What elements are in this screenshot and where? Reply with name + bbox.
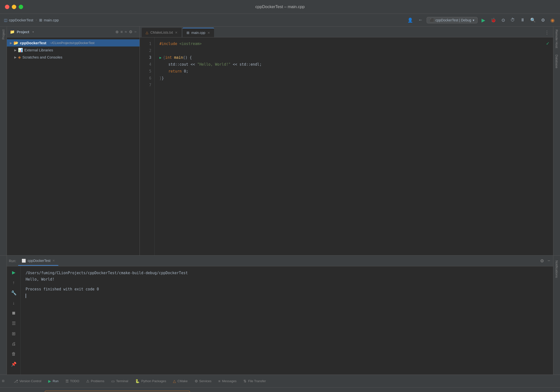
sort-button[interactable]: ≈ (125, 30, 127, 34)
services-button[interactable]: ⚙ Services (192, 377, 215, 385)
problems-button[interactable]: ⚠ Problems (83, 377, 107, 385)
maximize-button[interactable] (19, 5, 23, 9)
library-icon: 📊 (18, 48, 23, 52)
terminal-button[interactable]: ▭ Terminal (108, 377, 131, 385)
run-tab-close[interactable]: ✕ (52, 259, 55, 262)
file-transfer-button[interactable]: ⇅ File Transfer (240, 377, 269, 385)
val-zero: 0; (184, 68, 188, 75)
output-line-status: Process finished with exit code 0 (26, 286, 548, 292)
project-folder-icon: 📂 (14, 41, 18, 45)
code-content[interactable]: ✓ #include <iostream> ▶ {int main() { st… (155, 37, 553, 255)
pin-button[interactable]: 📌 (10, 361, 17, 368)
stop-button[interactable]: ⏸ (519, 16, 526, 24)
run-tool-button[interactable]: ▶ Run (45, 377, 62, 385)
cmake-tab-close[interactable]: ✕ (175, 31, 178, 34)
notifications-button[interactable]: 🔔 (549, 391, 557, 392)
status-bar: ⊡ ⎇ U... (moments ago) sent 2262 bytes r… (0, 387, 560, 392)
line-num-4: 4 (140, 61, 154, 68)
debug-button[interactable]: 🐞 (489, 16, 498, 24)
run-button[interactable]: ▶ (480, 16, 487, 24)
delete-button[interactable]: 🗑 (11, 350, 17, 358)
line-num-5: 5 (140, 68, 154, 75)
remote-host-tab[interactable]: Remote Host (554, 27, 560, 51)
cmake-label: CMake (177, 379, 187, 383)
project-sidebar-tab[interactable]: Project (0, 27, 7, 255)
collapse-all-button[interactable]: ≡ (121, 30, 123, 34)
messages-button[interactable]: ≡ Messages (215, 377, 239, 385)
file-transfer-icon: ⇅ (243, 379, 247, 383)
tree-item-project[interactable]: ▶ 📂 cppDockerTest ~/CLionProjects/cppDoc… (7, 39, 140, 46)
run-output: /Users/fuming/CLionProjects/cppDockerTes… (21, 266, 553, 375)
file-transfer-label: File Transfer (248, 379, 266, 383)
search-button[interactable]: 🔍 (529, 16, 537, 24)
todo-label: TODO (70, 379, 79, 383)
run-output-container: ▶ ↑ 🔧 ↓ ⏹ ☰ ⊞ 🖨 🗑 📌 /Users/fuming/CLionP… (7, 266, 553, 375)
close-panel-button[interactable]: − (134, 30, 137, 34)
version-control-button[interactable]: ⎇ Version Control (11, 377, 44, 385)
file-tree-title: Project (17, 30, 29, 34)
list-view-button[interactable]: ☰ (11, 320, 17, 327)
vcs-push-button[interactable]: ⬆ (542, 391, 548, 392)
cmake-button[interactable]: △ CMake (170, 377, 190, 385)
tab-main-cpp[interactable]: ⊞ main.cpp ✕ (183, 28, 214, 37)
user-icon-button[interactable]: 👤 (406, 16, 414, 24)
python-packages-label: Python Packages (141, 379, 166, 383)
back-button[interactable]: ← (417, 16, 424, 24)
settings-gear-button[interactable]: ⚙ (539, 257, 545, 265)
tab-cmake[interactable]: △ CMakeLists.txt ✕ (142, 28, 182, 37)
cmake-file-icon: △ (146, 30, 148, 34)
minimize-button[interactable] (12, 5, 16, 9)
run-tool-label: Run (53, 379, 59, 383)
file-icon: ⊞ (39, 18, 42, 22)
scroll-up-button[interactable]: ↑ (12, 279, 16, 286)
terminal-icon: ▭ (111, 379, 115, 383)
fold-indicator: { (163, 54, 165, 61)
locate-file-button[interactable]: ⊕ (115, 30, 119, 34)
folder-icon: 📁 (10, 30, 15, 34)
close-button[interactable] (5, 5, 9, 9)
python-packages-icon: 🐍 (135, 379, 140, 383)
tree-item-scratches[interactable]: ▶ ◈ Scratches and Consoles (7, 54, 140, 61)
project-tab-label[interactable]: Project (0, 27, 6, 42)
code-editor[interactable]: 1 2 3 4 5 6 7 ✓ #include <iostream> (140, 37, 553, 255)
clion-icon: ◉ (549, 16, 556, 24)
network-info: sent 2262 bytes received 39808 bytes 841… (45, 391, 190, 392)
python-packages-button[interactable]: 🐍 Python Packages (132, 377, 169, 385)
code-line-7 (159, 82, 548, 89)
output-cursor-line (26, 292, 548, 299)
cmake-tab-label: CMakeLists.txt (150, 30, 173, 34)
bottom-tabs-bar: Run: ⬜ cppDockerTest ✕ ⚙ − (7, 256, 553, 266)
dropdown-arrow[interactable]: ▾ (32, 30, 34, 34)
fn-main: main (174, 54, 183, 61)
bottom-left-strip (0, 256, 7, 375)
layout-button[interactable]: ⊞ (11, 330, 16, 337)
scroll-down-button[interactable]: ↓ (12, 300, 16, 307)
wrench-button[interactable]: 🔧 (10, 289, 17, 297)
tree-item-external-libs[interactable]: ▶ 📊 External Libraries (7, 46, 140, 54)
rerun-button[interactable]: ▶ (11, 269, 16, 276)
notifications-tab[interactable]: Notifications (554, 257, 560, 281)
window-title: cppDockerTest – main.cpp (255, 4, 305, 9)
breadcrumb-file[interactable]: ⊞ main.cpp (39, 18, 59, 22)
stop-button-run[interactable]: ⏹ (11, 310, 17, 317)
database-tab[interactable]: Database (554, 52, 560, 71)
profile-button[interactable]: ⏱ (509, 16, 516, 24)
main-cpp-tab-close[interactable]: ✕ (207, 31, 210, 35)
settings-button[interactable]: ⚙ (540, 16, 546, 24)
expand-icon[interactable]: ⊡ (2, 379, 4, 383)
coverage-button[interactable]: ⊙ (500, 16, 507, 24)
print-button[interactable]: 🖨 (11, 340, 17, 347)
run-tab-cppDockerTest[interactable]: ⬜ cppDockerTest ✕ (18, 256, 59, 266)
string-hello: "Hello, World!" (197, 61, 231, 68)
breadcrumb-project[interactable]: ◫ cppDockerTest (4, 18, 33, 22)
bottom-area: Run: ⬜ cppDockerTest ✕ ⚙ − ▶ ↑ 🔧 ↓ (0, 255, 560, 375)
run-config-selector[interactable]: ⬛ cppDockerTest | Debug ▾ (427, 17, 478, 23)
code-line-3: ▶ {int main() { (159, 54, 548, 61)
output-line-path: /Users/fuming/CLionProjects/cppDockerTes… (26, 270, 548, 276)
tree-settings-button[interactable]: ⚙ (129, 30, 132, 34)
minimize-panel-button[interactable]: − (546, 257, 551, 265)
todo-button[interactable]: ☰ TODO (62, 377, 82, 385)
scratches-label: Scratches and Consoles (22, 55, 62, 59)
more-tabs-button[interactable]: ⋮ (543, 28, 551, 37)
code-line-2 (159, 47, 548, 54)
